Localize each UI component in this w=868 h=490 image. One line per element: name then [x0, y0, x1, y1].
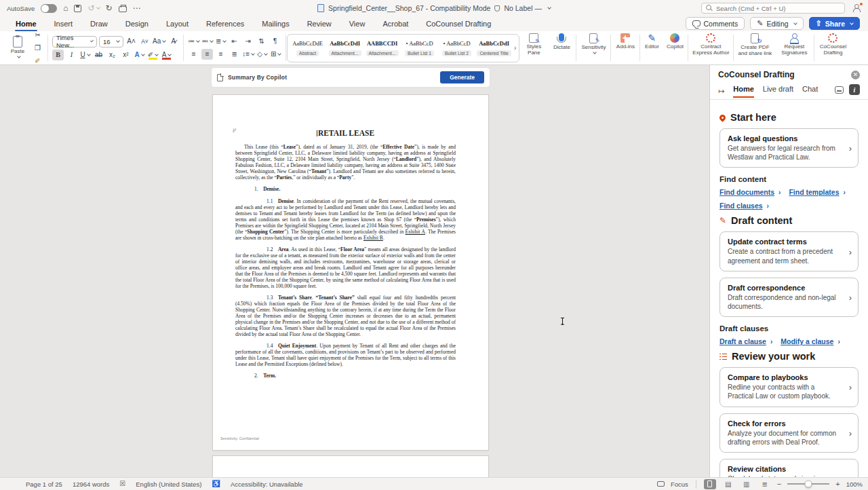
underline-button[interactable]: U — [79, 50, 91, 60]
font-size-combo[interactable]: 16 — [99, 36, 123, 48]
tab-acrobat[interactable]: Acrobat — [374, 18, 417, 31]
paste-button[interactable]: Paste — [6, 34, 29, 62]
editor-button[interactable]: ✎ Editor — [641, 31, 663, 64]
decrease-indent-button[interactable]: ⇤ — [229, 36, 240, 47]
collapse-pane-icon[interactable]: ↦ — [718, 87, 724, 96]
link-draft-a-clause[interactable]: Draft a clause — [719, 337, 766, 345]
cocounsel-drafting-button[interactable]: CoCounsel Drafting — [815, 31, 850, 64]
web-layout-view-button[interactable]: ▤ — [722, 479, 734, 489]
highlight-color-button[interactable]: ✐ — [147, 50, 159, 60]
search-input[interactable] — [716, 5, 840, 12]
line-spacing-button[interactable]: ↕≡ — [242, 49, 254, 60]
editing-mode-button[interactable]: ✎ Editing — [750, 17, 803, 30]
print-layout-view-button[interactable] — [704, 479, 716, 489]
link-modify-a-clause[interactable]: Modify a clause — [781, 337, 833, 345]
increase-indent-button[interactable]: ⇥ — [242, 36, 254, 47]
shrink-font-button[interactable]: A˅ — [139, 36, 151, 47]
outline-view-button[interactable]: ≣ — [759, 479, 771, 489]
styles-gallery-more-icon[interactable]: › — [513, 44, 517, 52]
proofing-errors-icon[interactable]: ☒ — [119, 480, 125, 487]
redo-icon[interactable]: ↻ — [106, 4, 113, 12]
document-page-2[interactable] — [213, 456, 488, 477]
dictate-button[interactable]: Dictate — [548, 31, 575, 64]
tab-mailings[interactable]: Mailings — [253, 18, 298, 31]
card-review-citations[interactable]: Review citations Check legal status and … — [719, 459, 859, 477]
create-pdf-share-link-button[interactable]: Create PDF and share link — [734, 31, 775, 64]
zoom-in-button[interactable]: + — [835, 480, 840, 488]
tab-cocounsel-drafting[interactable]: CoCounsel Drafting — [417, 18, 500, 31]
shading-button[interactable]: ◇ — [256, 49, 268, 60]
align-center-button[interactable]: ≡ — [201, 49, 213, 60]
info-icon[interactable]: i — [849, 84, 860, 95]
tab-draw[interactable]: Draw — [81, 18, 117, 31]
tab-review[interactable]: Review — [298, 18, 340, 31]
word-count[interactable]: 12964 words — [73, 480, 109, 488]
cut-button[interactable]: ✂ — [32, 30, 43, 41]
share-button[interactable]: ⇧ Share — [809, 17, 860, 30]
card-ask-legal-questions[interactable]: Ask legal questions Get answers for lega… — [719, 128, 859, 168]
subscript-button[interactable]: x₂ — [106, 50, 118, 60]
link-find-documents[interactable]: Find documents — [719, 188, 774, 196]
copy-button[interactable]: ❐ — [32, 43, 43, 54]
close-pane-icon[interactable]: ✕ — [851, 71, 860, 79]
style-abstract[interactable]: AaBbCcDdE Abstract — [289, 39, 326, 58]
copilot-button[interactable]: Copilot — [663, 31, 687, 64]
label-chevron-icon[interactable] — [547, 5, 551, 10]
tab-insert[interactable]: Insert — [45, 18, 82, 31]
style-centered-title[interactable]: AaBbCcDdI Centered Title — [475, 39, 513, 58]
justify-button[interactable]: ≣ — [229, 49, 240, 60]
styles-pane-button[interactable]: Styles Pane — [519, 31, 548, 64]
grow-font-button[interactable]: A˄ — [125, 36, 137, 47]
font-color-button[interactable]: A — [161, 50, 172, 60]
accessibility-status[interactable]: Accessibility: Unavailable — [231, 480, 303, 488]
change-case-button[interactable]: Aa — [153, 36, 165, 47]
style-attachment-1[interactable]: AaBbCcDdI Attachment... — [326, 39, 363, 58]
strikethrough-button[interactable]: ab — [93, 50, 104, 60]
people-icon[interactable] — [852, 4, 861, 12]
sensitivity-label-badge[interactable]: No Label — — [504, 4, 541, 12]
more-commands-icon[interactable]: ⋯ — [133, 4, 141, 12]
superscript-button[interactable]: x² — [120, 50, 132, 60]
font-name-combo[interactable]: Times New... — [52, 36, 97, 48]
draft-view-button[interactable]: ▥ — [741, 479, 753, 489]
link-find-clauses[interactable]: Find clauses — [719, 202, 763, 210]
tab-references[interactable]: References — [197, 18, 253, 31]
home-icon[interactable]: ⌂ — [63, 4, 68, 12]
contract-express-author-button[interactable]: Contract Express Author — [689, 31, 732, 64]
save-icon[interactable] — [74, 5, 81, 12]
sensitivity-button[interactable]: Sensitivity — [577, 31, 610, 64]
clear-formatting-button[interactable]: A̷ — [167, 36, 179, 47]
print-icon[interactable] — [119, 5, 127, 12]
comments-button[interactable]: Comments — [686, 17, 745, 30]
zoom-out-button[interactable]: − — [777, 480, 781, 488]
multilevel-list-button[interactable]: ≣ — [215, 36, 226, 47]
request-signatures-button[interactable]: Request Signatures — [775, 31, 813, 64]
link-find-templates[interactable]: Find templates — [789, 188, 839, 196]
card-update-contract-terms[interactable]: Update contract terms Create a contract … — [719, 231, 859, 271]
style-attachment-2[interactable]: AABBCCDI Attachment... — [363, 39, 401, 58]
style-bullet-list-1[interactable]: • AaBbCcD Bullet List 1 — [401, 39, 438, 58]
zoom-percentage[interactable]: 100% — [846, 480, 863, 488]
align-left-button[interactable]: ≡ — [188, 49, 199, 60]
feedback-icon[interactable] — [835, 86, 844, 94]
bold-button[interactable]: B — [52, 50, 64, 60]
document-canvas[interactable]: Summary By Copilot Generate ℘ RETAIL LEA… — [0, 65, 709, 477]
undo-icon[interactable]: ↺ — [87, 4, 99, 12]
borders-button[interactable]: ⊞ — [270, 49, 281, 60]
tab-view[interactable]: View — [340, 18, 374, 31]
pane-tab-chat[interactable]: Chat — [802, 85, 818, 98]
card-compare-to-playbooks[interactable]: Compare to playbooks Redline your contra… — [719, 367, 859, 407]
align-right-button[interactable]: ≡ — [215, 49, 226, 60]
text-effects-button[interactable]: A — [134, 50, 145, 60]
sort-button[interactable]: ⇅ — [256, 36, 267, 47]
add-ins-button[interactable]: Add-ins — [612, 31, 639, 64]
zoom-slider[interactable] — [787, 483, 829, 485]
tab-design[interactable]: Design — [117, 18, 157, 31]
focus-button[interactable]: Focus — [671, 480, 688, 488]
search-box[interactable] — [701, 3, 845, 14]
italic-button[interactable]: I — [66, 50, 77, 60]
pane-tab-live-draft[interactable]: Live draft — [763, 85, 793, 98]
zoom-slider-knob[interactable] — [805, 480, 812, 488]
autosave-toggle[interactable] — [41, 4, 57, 13]
bullet-list-button[interactable]: ≔ — [188, 36, 199, 47]
